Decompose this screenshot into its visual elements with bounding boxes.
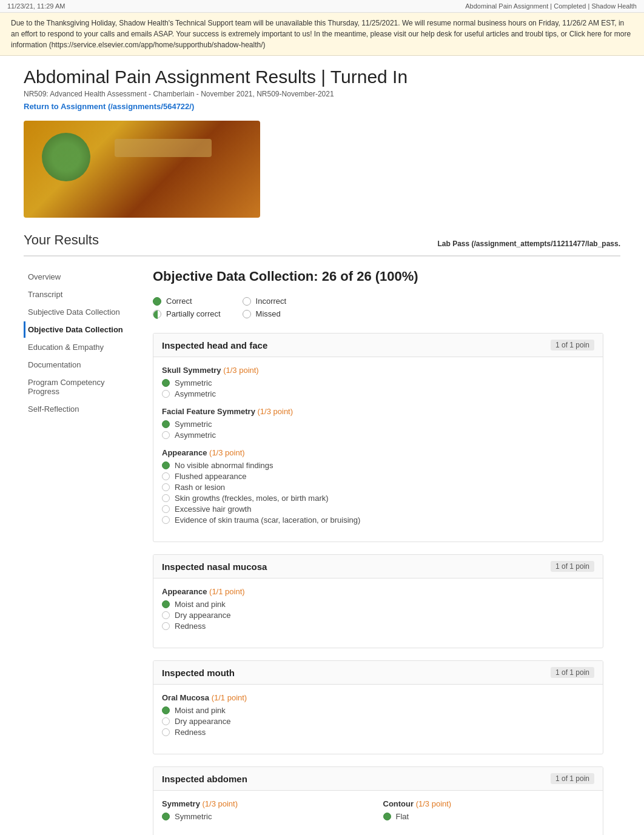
- sidebar-item-subjective-data-collection[interactable]: Subjective Data Collection: [24, 304, 136, 320]
- field-group-2-0: Oral Mucosa (1/1 point)Moist and pinkDry…: [162, 693, 594, 737]
- missed-label: Missed: [256, 309, 281, 318]
- option-item-2-0-1: Dry appearance: [162, 717, 594, 726]
- notice-text: Due to the Thanksgiving Holiday, Shadow …: [11, 19, 631, 49]
- option-label-2-0-2: Redness: [175, 728, 206, 737]
- hero-image: [24, 121, 260, 218]
- page-title: Abdominal Pain Assignment Results | Turn…: [24, 67, 620, 87]
- subsection-body-2: Oral Mucosa (1/1 point)Moist and pinkDry…: [153, 685, 603, 754]
- option-dot-0-1-1: [162, 431, 170, 439]
- subsection-0: Inspected head and face1 of 1 poinSkull …: [153, 333, 603, 542]
- option-label-3-1-0: Flat: [396, 812, 409, 821]
- option-label-3-0-0: Symmetric: [175, 812, 212, 821]
- option-label-0-1-1: Asymmetric: [175, 431, 216, 440]
- subsection-score-3: 1 of 1 poin: [551, 773, 594, 784]
- option-label-0-2-1: Flushed appearance: [175, 472, 247, 481]
- legend-incorrect: Incorrect: [243, 297, 287, 306]
- your-results-title: Your Results: [24, 232, 99, 248]
- sidebar-item-overview[interactable]: Overview: [24, 269, 136, 285]
- field-group-0-2: Appearance (1/3 point)No visible abnorma…: [162, 448, 594, 525]
- option-dot-0-2-0: [162, 461, 170, 469]
- correct-label: Correct: [166, 297, 192, 306]
- sidebar-item-transcript[interactable]: Transcript: [24, 286, 136, 303]
- legend-left: Correct Partially correct: [153, 297, 221, 318]
- option-label-1-0-2: Redness: [175, 622, 206, 631]
- page-subtitle: NR509: Advanced Health Assessment - Cham…: [24, 90, 620, 98]
- field-label-3-1: Contour (1/3 point): [383, 799, 595, 808]
- option-label-0-2-5: Evidence of skin trauma (scar, laceratio…: [175, 515, 360, 525]
- option-item-0-0-0: Symmetric: [162, 378, 594, 387]
- legend-right: Incorrect Missed: [243, 297, 287, 318]
- option-dot-1-0-1: [162, 611, 170, 619]
- option-label-0-0-1: Asymmetric: [175, 389, 216, 398]
- field-label-2-0: Oral Mucosa (1/1 point): [162, 693, 594, 702]
- subsection-2: Inspected mouth1 of 1 poinOral Mucosa (1…: [153, 660, 603, 754]
- content-layout: OverviewTranscriptSubjective Data Collec…: [24, 257, 620, 835]
- subsection-score-2: 1 of 1 poin: [551, 667, 594, 678]
- subsection-header-2: Inspected mouth1 of 1 poin: [153, 661, 603, 685]
- subsection-header-0: Inspected head and face1 of 1 poin: [153, 334, 603, 357]
- field-group-0-1: Facial Feature Symmetry (1/3 point)Symme…: [162, 407, 594, 440]
- subsection-title-1: Inspected nasal mucosa: [162, 562, 267, 572]
- option-dot-1-0-2: [162, 622, 170, 630]
- results-header: Your Results Lab Pass (/assignment_attem…: [24, 232, 620, 257]
- return-link[interactable]: Return to Assignment (/assignments/56472…: [24, 102, 194, 111]
- option-dot-3-1-0: [383, 813, 391, 820]
- sidebar-item-objective-data-collection[interactable]: Objective Data Collection: [24, 321, 136, 338]
- field-label-0-2: Appearance (1/3 point): [162, 448, 594, 457]
- field-label-1-0: Appearance (1/1 point): [162, 587, 594, 596]
- sidebar-item-self-reflection[interactable]: Self-Reflection: [24, 401, 136, 417]
- option-label-0-2-4: Excessive hair growth: [175, 505, 251, 514]
- option-label-0-2-3: Skin growths (freckles, moles, or birth …: [175, 494, 329, 503]
- legend-missed: Missed: [243, 309, 287, 318]
- legend-correct: Correct: [153, 297, 221, 306]
- option-label-2-0-0: Moist and pink: [175, 706, 226, 715]
- option-dot-0-2-1: [162, 472, 170, 480]
- option-item-0-2-1: Flushed appearance: [162, 472, 594, 481]
- field-label-3-0: Symmetry (1/3 point): [162, 799, 374, 808]
- option-label-0-2-0: No visible abnormal findings: [175, 461, 273, 470]
- option-item-0-1-1: Asymmetric: [162, 431, 594, 440]
- sidebar-item-documentation[interactable]: Documentation: [24, 357, 136, 373]
- sidebar-item-education-&-empathy[interactable]: Education & Empathy: [24, 339, 136, 355]
- option-item-0-2-5: Evidence of skin trauma (scar, laceratio…: [162, 515, 594, 525]
- option-dot-0-2-2: [162, 483, 170, 491]
- option-dot-3-0-0: [162, 813, 170, 820]
- option-label-1-0-0: Moist and pink: [175, 600, 226, 609]
- section-title: Objective Data Collection: 26 of 26 (100…: [153, 269, 603, 284]
- option-item-0-0-1: Asymmetric: [162, 389, 594, 398]
- incorrect-label: Incorrect: [256, 297, 287, 306]
- subsection-score-1: 1 of 1 poin: [551, 561, 594, 572]
- option-label-0-0-0: Symmetric: [175, 378, 212, 387]
- field-label-0-1: Facial Feature Symmetry (1/3 point): [162, 407, 594, 416]
- subsection-header-1: Inspected nasal mucosa1 of 1 poin: [153, 555, 603, 578]
- option-item-1-0-2: Redness: [162, 622, 594, 631]
- partial-label: Partially correct: [166, 309, 221, 318]
- field-group-3-1: Contour (1/3 point)Flat: [383, 799, 595, 823]
- subsection-body-3: Symmetry (1/3 point)SymmetricContour (1/…: [153, 791, 603, 835]
- option-dot-0-1-0: [162, 420, 170, 428]
- subsection-1: Inspected nasal mucosa1 of 1 poinAppeara…: [153, 554, 603, 648]
- field-label-0-0: Skull Symmetry (1/3 point): [162, 366, 594, 375]
- subsection-header-3: Inspected abdomen1 of 1 poin: [153, 767, 603, 791]
- browser-title: Abdominal Pain Assignment | Completed | …: [465, 2, 637, 10]
- option-label-1-0-1: Dry appearance: [175, 611, 231, 620]
- lab-pass-link[interactable]: Lab Pass (/assignment_attempts/11211477/…: [438, 240, 620, 248]
- option-item-1-0-0: Moist and pink: [162, 600, 594, 609]
- option-label-2-0-1: Dry appearance: [175, 717, 231, 726]
- option-item-2-0-0: Moist and pink: [162, 706, 594, 715]
- browser-bar: 11/23/21, 11:29 AM Abdominal Pain Assign…: [0, 0, 644, 13]
- option-item-1-0-1: Dry appearance: [162, 611, 594, 620]
- option-dot-0-0-0: [162, 379, 170, 387]
- option-label-0-2-2: Rash or lesion: [175, 483, 225, 492]
- legend-partial: Partially correct: [153, 309, 221, 318]
- partial-dot: [153, 310, 161, 318]
- option-item-3-1-0: Flat: [383, 812, 595, 821]
- missed-dot: [243, 310, 251, 318]
- subsection-title-0: Inspected head and face: [162, 340, 267, 350]
- notice-bar: Due to the Thanksgiving Holiday, Shadow …: [0, 13, 644, 56]
- option-item-0-2-0: No visible abnormal findings: [162, 461, 594, 470]
- option-item-0-2-4: Excessive hair growth: [162, 505, 594, 514]
- option-item-0-1-0: Symmetric: [162, 420, 594, 429]
- sidebar-item-program-competency-progress[interactable]: Program Competency Progress: [24, 374, 136, 400]
- option-item-3-0-0: Symmetric: [162, 812, 374, 821]
